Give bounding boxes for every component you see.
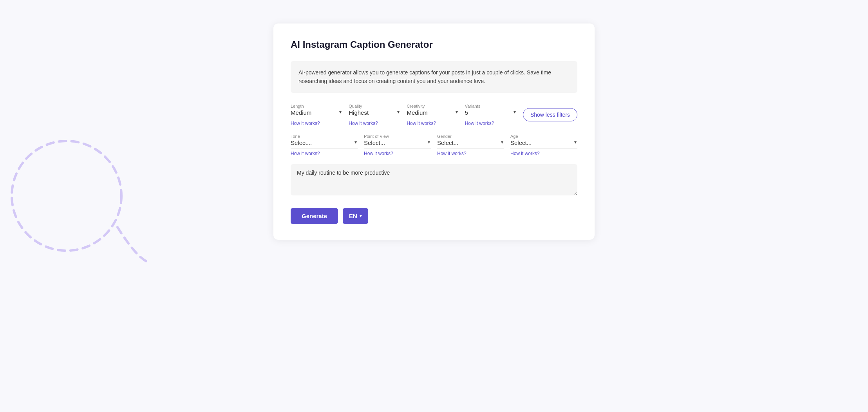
creativity-how-it-works[interactable]: How it works? [407, 121, 458, 126]
filter-group-pov: Point of View Select... First Person Sec… [364, 134, 431, 156]
page-wrapper: AI Instagram Caption Generator AI-powere… [0, 0, 868, 263]
generate-button[interactable]: Generate [291, 208, 338, 224]
filter-group-length: Length Medium Short Long ▾ How it works? [291, 104, 342, 126]
age-select-wrapper: Age Select... Any 18-24 25-34 35-44 45+ … [510, 134, 577, 148]
tone-how-it-works[interactable]: How it works? [291, 151, 358, 156]
gender-how-it-works[interactable]: How it works? [437, 151, 504, 156]
creativity-label: Creativity [407, 104, 458, 108]
language-label: EN [349, 213, 357, 219]
pov-select-wrapper: Point of View Select... First Person Sec… [364, 134, 431, 148]
variants-label: Variants [465, 104, 517, 108]
main-card: AI Instagram Caption Generator AI-powere… [273, 23, 595, 240]
creativity-select-wrapper: Creativity Medium Low High ▾ [407, 104, 458, 118]
quality-select-wrapper: Quality Highest High Medium Low ▾ [349, 104, 400, 118]
filter-group-gender: Gender Select... Any Male Female ▾ How i… [437, 134, 504, 156]
creativity-select[interactable]: Medium Low High [407, 109, 458, 116]
quality-label: Quality [349, 104, 400, 108]
post-textarea[interactable]: My daily routine to be more productive [291, 164, 577, 195]
decorative-circle [4, 117, 153, 266]
length-select-wrapper: Length Medium Short Long ▾ [291, 104, 342, 118]
description-box: AI-powered generator allows you to gener… [291, 61, 577, 93]
description-text: AI-powered generator allows you to gener… [298, 68, 570, 86]
filters-section: Length Medium Short Long ▾ How it works?… [291, 104, 577, 156]
language-arrow-icon: ▾ [360, 213, 362, 219]
age-how-it-works[interactable]: How it works? [510, 151, 577, 156]
gender-select[interactable]: Select... Any Male Female [437, 139, 504, 146]
variants-select-wrapper: Variants 5 1 2 3 4 ▾ [465, 104, 517, 118]
tone-select-wrapper: Tone Select... Casual Formal Friendly Pr… [291, 134, 358, 148]
pov-select[interactable]: Select... First Person Second Person Thi… [364, 139, 431, 146]
length-how-it-works[interactable]: How it works? [291, 121, 342, 126]
gender-select-wrapper: Gender Select... Any Male Female ▾ [437, 134, 504, 148]
length-select[interactable]: Medium Short Long [291, 109, 342, 116]
quality-select[interactable]: Highest High Medium Low [349, 109, 400, 116]
gender-label: Gender [437, 134, 504, 139]
filter-group-creativity: Creativity Medium Low High ▾ How it work… [407, 104, 458, 126]
length-label: Length [291, 104, 342, 108]
quality-how-it-works[interactable]: How it works? [349, 121, 400, 126]
page-title: AI Instagram Caption Generator [291, 39, 577, 50]
variants-select[interactable]: 5 1 2 3 4 [465, 109, 517, 116]
filter-group-tone: Tone Select... Casual Formal Friendly Pr… [291, 134, 358, 156]
age-select[interactable]: Select... Any 18-24 25-34 35-44 45+ [510, 139, 577, 146]
show-less-filters-button[interactable]: Show less filters [523, 108, 577, 121]
tone-label: Tone [291, 134, 358, 139]
filters-row-1: Length Medium Short Long ▾ How it works?… [291, 104, 577, 126]
action-row: Generate EN ▾ [291, 208, 577, 224]
age-label: Age [510, 134, 577, 139]
filter-group-variants: Variants 5 1 2 3 4 ▾ How it works? [465, 104, 517, 126]
pov-how-it-works[interactable]: How it works? [364, 151, 431, 156]
textarea-wrapper: My daily routine to be more productive [291, 164, 577, 197]
variants-how-it-works[interactable]: How it works? [465, 121, 517, 126]
filter-group-quality: Quality Highest High Medium Low ▾ How it… [349, 104, 400, 126]
filter-group-age: Age Select... Any 18-24 25-34 35-44 45+ … [510, 134, 577, 156]
filters-row-2: Tone Select... Casual Formal Friendly Pr… [291, 134, 577, 156]
language-button[interactable]: EN ▾ [343, 208, 368, 224]
pov-label: Point of View [364, 134, 431, 139]
tone-select[interactable]: Select... Casual Formal Friendly Profess… [291, 139, 358, 146]
svg-point-0 [12, 141, 121, 251]
